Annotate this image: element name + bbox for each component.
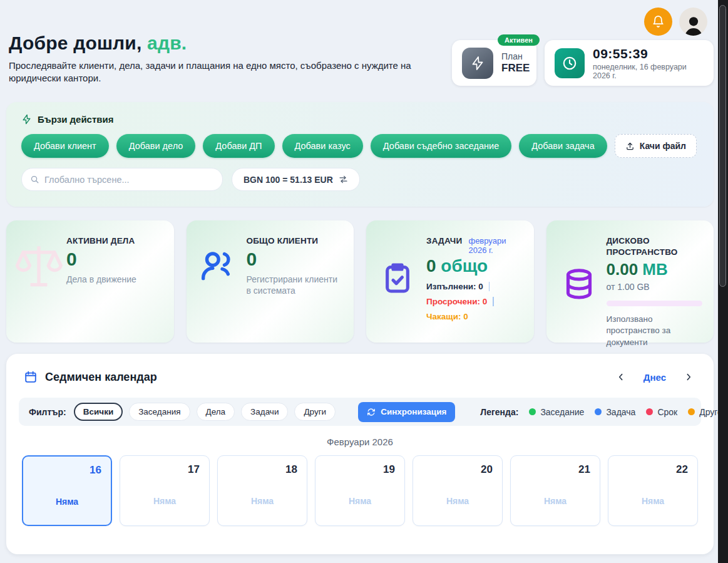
day-card-18[interactable]: 18 Няма bbox=[217, 455, 307, 526]
month-label: Февруари 2026 bbox=[6, 436, 714, 447]
tasks-period: февруари 2026 г. bbox=[468, 236, 522, 255]
plan-card[interactable]: Активен План FREE bbox=[452, 40, 536, 86]
scrollbar[interactable] bbox=[718, 0, 728, 563]
add-case-button[interactable]: Добави дело bbox=[116, 134, 196, 158]
dashboard-page: Активен План FREE 09:55:39 понеделник, 1… bbox=[0, 0, 718, 563]
day-card-17[interactable]: 17 Няма bbox=[120, 455, 210, 526]
quick-actions-panel: Бързи действия Добави клиент Добави дело… bbox=[6, 102, 714, 207]
clipboard-check-icon bbox=[380, 259, 415, 297]
weekly-calendar-panel: Седмичен календар Днес Филтър: Всички За… bbox=[6, 354, 714, 554]
quick-actions-title: Бързи действия bbox=[38, 114, 114, 125]
card-label: ОБЩО КЛИЕНТИ bbox=[247, 235, 343, 247]
search-input[interactable] bbox=[44, 175, 214, 185]
clock-card: 09:55:39 понеделник, 16 февруари 2026 г. bbox=[545, 40, 714, 86]
database-icon bbox=[561, 266, 597, 303]
sync-icon bbox=[367, 408, 376, 416]
filter-all[interactable]: Всички bbox=[74, 403, 123, 421]
add-client-button[interactable]: Добави клиент bbox=[21, 134, 109, 158]
tasks-card[interactable]: ЗАДАЧИ февруари 2026 г. 0 общо Изпълнени… bbox=[366, 220, 534, 343]
bell-icon bbox=[652, 15, 665, 28]
disk-used-value: 0.00 MB bbox=[607, 260, 703, 279]
filter-hearings[interactable]: Заседания bbox=[129, 403, 190, 421]
scales-icon bbox=[10, 237, 68, 294]
card-label: ДИСКОВО ПРОСТРАНСТВО bbox=[607, 235, 700, 257]
separator bbox=[493, 297, 494, 306]
user-avatar[interactable] bbox=[679, 8, 707, 36]
filter-tasks[interactable]: Задачи bbox=[241, 403, 288, 421]
card-label: ЗАДАЧИ bbox=[426, 235, 462, 247]
filter-label: Филтър: bbox=[29, 407, 66, 417]
disk-space-card[interactable]: ДИСКОВО ПРОСТРАНСТВО 0.00 MB от 1.00 GB … bbox=[546, 220, 714, 343]
card-desc: Регистрирани клиенти в системата bbox=[247, 274, 343, 297]
legend-item-hearing: Заседание bbox=[529, 407, 584, 417]
tasks-waiting: Чакащи: 0 bbox=[426, 312, 468, 321]
calendar-legend: Легенда: Заседание Задача Срок Друго bbox=[480, 407, 722, 417]
topbar-actions bbox=[644, 8, 707, 36]
day-card-22[interactable]: 22 Няма bbox=[608, 455, 698, 526]
sync-button[interactable]: Синхронизация bbox=[358, 402, 455, 422]
separator bbox=[489, 282, 490, 291]
active-cases-value: 0 bbox=[66, 249, 163, 270]
people-icon bbox=[200, 249, 235, 284]
day-card-21[interactable]: 21 Няма bbox=[510, 455, 600, 526]
card-desc: Използвано пространство за документи bbox=[607, 314, 703, 348]
green-dot-icon bbox=[529, 408, 536, 415]
global-search bbox=[21, 168, 223, 191]
day-card-19[interactable]: 19 Няма bbox=[315, 455, 405, 526]
red-dot-icon bbox=[646, 408, 653, 415]
blue-dot-icon bbox=[595, 408, 602, 415]
upload-icon bbox=[625, 142, 635, 151]
disk-total: от 1.00 GB bbox=[607, 282, 703, 292]
total-clients-value: 0 bbox=[247, 249, 343, 270]
add-task-button[interactable]: Добави задача bbox=[519, 134, 607, 158]
add-hearing-button[interactable]: Добави съдебно заседание bbox=[371, 134, 511, 158]
calendar-icon bbox=[24, 370, 38, 384]
search-icon bbox=[30, 175, 39, 184]
swap-arrows-icon bbox=[339, 175, 348, 184]
prev-week-button[interactable] bbox=[615, 371, 627, 383]
current-time: 09:55:39 bbox=[593, 46, 704, 61]
currency-rate-text: BGN 100 = 51.13 EUR bbox=[244, 175, 333, 185]
legend-label: Легенда: bbox=[480, 407, 518, 417]
orange-dot-icon bbox=[688, 408, 695, 415]
today-button[interactable]: Днес bbox=[643, 372, 666, 383]
filter-other[interactable]: Други bbox=[294, 403, 336, 421]
lightning-icon bbox=[21, 114, 32, 125]
tasks-done: Изпълнени: 0 bbox=[426, 282, 483, 291]
calendar-title: Седмичен календар bbox=[45, 371, 157, 384]
person-icon bbox=[683, 14, 704, 36]
page-title: Добре дошли, адв. bbox=[9, 33, 450, 54]
week-days-grid: 16 Няма 17 Няма 18 Няма 19 Няма 20 Няма … bbox=[22, 455, 698, 526]
welcome-section: Добре дошли, адв. Проследявайте клиенти,… bbox=[9, 33, 450, 85]
card-label: АКТИВНИ ДЕЛА bbox=[66, 235, 163, 247]
scrollbar-thumb[interactable] bbox=[719, 5, 726, 287]
legend-item-task: Задача bbox=[595, 407, 635, 417]
legend-item-other: Друго bbox=[688, 407, 722, 417]
filter-cases[interactable]: Дела bbox=[197, 403, 235, 421]
plan-value: FREE bbox=[501, 62, 530, 75]
tasks-total: 0 общо bbox=[426, 256, 523, 276]
add-matter-button[interactable]: Добави казус bbox=[282, 134, 363, 158]
add-dp-button[interactable]: Добави ДП bbox=[203, 134, 274, 158]
card-desc: Дела в движение bbox=[66, 274, 163, 286]
plan-lightning-icon bbox=[462, 48, 493, 79]
page-subtitle: Проследявайте клиенти, дела, задачи и пл… bbox=[9, 59, 450, 85]
upload-file-button[interactable]: Качи файл bbox=[615, 134, 697, 158]
day-card-16[interactable]: 16 Няма bbox=[22, 455, 112, 526]
disk-usage-progressbar bbox=[607, 301, 703, 306]
chevron-right-icon bbox=[684, 372, 694, 382]
header-cards: Активен План FREE 09:55:39 понеделник, 1… bbox=[452, 40, 714, 86]
current-date: понеделник, 16 февруари 2026 г. bbox=[593, 63, 704, 80]
total-clients-card[interactable]: ОБЩО КЛИЕНТИ 0 Регистрирани клиенти в си… bbox=[187, 220, 354, 343]
clock-icon bbox=[555, 48, 585, 78]
stats-row: АКТИВНИ ДЕЛА 0 Дела в движение ОБЩО КЛИЕ… bbox=[6, 220, 714, 343]
day-card-20[interactable]: 20 Няма bbox=[413, 455, 503, 526]
plan-status-badge: Активен bbox=[498, 34, 540, 46]
legend-item-deadline: Срок bbox=[646, 407, 677, 417]
currency-converter[interactable]: BGN 100 = 51.13 EUR bbox=[232, 168, 360, 191]
active-cases-card[interactable]: АКТИВНИ ДЕЛА 0 Дела в движение bbox=[6, 220, 174, 343]
plan-label: План bbox=[501, 51, 530, 63]
tasks-overdue: Просрочени: 0 bbox=[426, 297, 487, 306]
notifications-button[interactable] bbox=[644, 8, 672, 36]
next-week-button[interactable] bbox=[682, 371, 695, 383]
